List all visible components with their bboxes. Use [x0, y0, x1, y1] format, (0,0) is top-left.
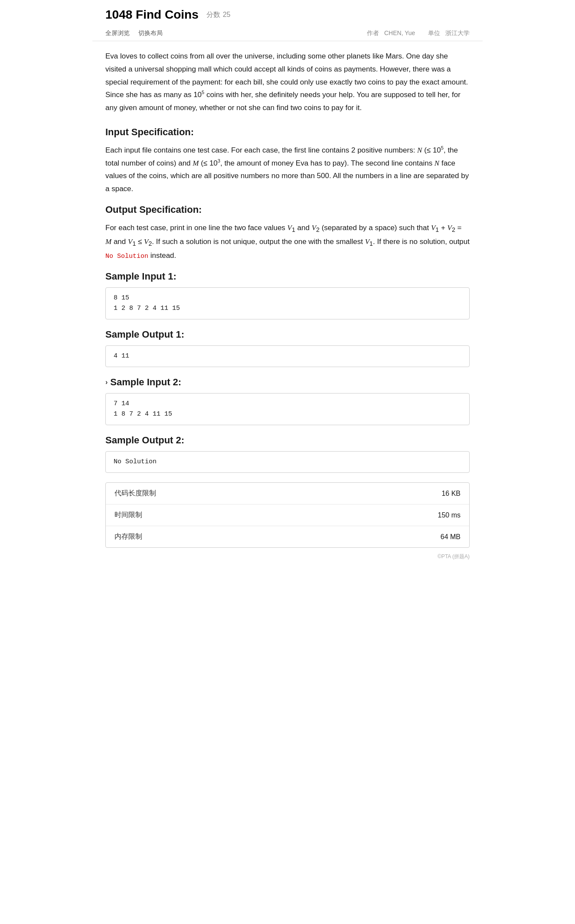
sample-input-1-box: 8 15 1 2 8 7 2 4 11 15 [105, 287, 470, 319]
limit-time-label: 时间限制 [114, 511, 142, 520]
sample-output-1-section: Sample Output 1: 4 11 [105, 329, 470, 367]
sample-output-1-box: 4 11 [105, 345, 470, 367]
layout-toggle-button[interactable]: 切换布局 [138, 29, 163, 37]
score-value: 25 [223, 11, 231, 19]
output-spec-title: Output Specification: [105, 204, 470, 215]
sample-input-2-box: 7 14 1 8 7 2 4 11 15 [105, 393, 470, 425]
input-spec-text: Each input file contains one test case. … [105, 144, 470, 195]
sample-input-2-title: › Sample Input 2: [105, 377, 470, 388]
author-value: CHEN, Yue [384, 29, 415, 36]
chevron-icon: › [105, 378, 108, 386]
unit-label: 单位 [428, 29, 440, 36]
limit-memory-value: 64 MB [441, 533, 461, 541]
sample-output-2-title: Sample Output 2: [105, 435, 470, 446]
fullscreen-button[interactable]: 全屏浏览 [105, 29, 130, 37]
limits-table: 代码长度限制 16 KB 时间限制 150 ms 内存限制 64 MB [105, 482, 470, 548]
limit-time-value: 150 ms [438, 511, 461, 519]
score-label: 分数 [206, 10, 220, 20]
limit-memory: 内存限制 64 MB [106, 526, 469, 547]
unit-info: 单位 浙江大学 [428, 29, 470, 37]
author-label: 作者 [367, 29, 379, 36]
page-footer: ©PTA (拼题A) [92, 548, 483, 566]
limit-code-size-value: 16 KB [441, 490, 461, 498]
problem-description: Eva loves to collect coins from all over… [105, 50, 470, 114]
unit-value: 浙江大学 [445, 29, 470, 36]
toolbar: 全屏浏览 切换布局 作者 CHEN, Yue 单位 浙江大学 [92, 26, 483, 41]
output-spec-section: Output Specification: For each test case… [105, 204, 470, 263]
limit-memory-label: 内存限制 [114, 532, 142, 541]
limit-time: 时间限制 150 ms [106, 504, 469, 526]
limit-code-size-label: 代码长度限制 [114, 489, 156, 498]
input-spec-title: Input Specification: [105, 127, 470, 138]
footer-text: ©PTA (拼题A) [438, 553, 470, 560]
sample-input-1-section: Sample Input 1: 8 15 1 2 8 7 2 4 11 15 [105, 271, 470, 319]
problem-title: 1048 Find Coins [105, 8, 199, 22]
input-spec-section: Input Specification: Each input file con… [105, 127, 470, 195]
limit-code-size: 代码长度限制 16 KB [106, 483, 469, 504]
author-info: 作者 CHEN, Yue [367, 29, 415, 37]
sample-input-2-section: › Sample Input 2: 7 14 1 8 7 2 4 11 15 [105, 377, 470, 425]
sample-input-1-title: Sample Input 1: [105, 271, 470, 282]
sample-output-2-section: Sample Output 2: No Solution [105, 435, 470, 473]
sample-output-1-title: Sample Output 1: [105, 329, 470, 340]
sample-output-2-box: No Solution [105, 451, 470, 473]
output-spec-text: For each test case, print in one line th… [105, 221, 470, 263]
